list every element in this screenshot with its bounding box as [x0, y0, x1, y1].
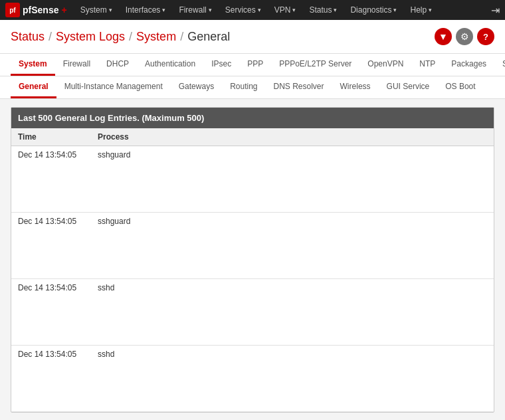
- log-time: Dec 14 13:54:05: [11, 213, 91, 279]
- log-time: Dec 14 13:54:05: [11, 279, 91, 346]
- nav-vpn[interactable]: VPN ▾: [269, 0, 302, 20]
- brand-plus: +: [61, 5, 66, 15]
- log-section-title: Last 500 General Log Entries. (Maximum 5…: [11, 108, 494, 128]
- tab-row-1: System Firewall DHCP Authentication IPse…: [0, 54, 505, 76]
- page-header: Status / System Logs / System / General …: [0, 20, 505, 54]
- tab-routing[interactable]: Routing: [222, 76, 265, 98]
- col-time: Time: [11, 128, 91, 146]
- log-table: Time Process Dec 14 13:54:05 sshguard De…: [11, 128, 494, 412]
- breadcrumb-sep3: /: [180, 30, 183, 44]
- nav-firewall-arrow: ▾: [209, 7, 212, 13]
- tab-ipsec[interactable]: IPsec: [203, 54, 239, 76]
- tab-ntp[interactable]: NTP: [411, 54, 443, 76]
- nav-system[interactable]: System ▾: [75, 0, 118, 20]
- breadcrumb-status[interactable]: Status: [11, 30, 45, 44]
- header-icons: ▼ ⚙ ?: [435, 28, 494, 45]
- nav-firewall[interactable]: Firewall ▾: [173, 0, 217, 20]
- brand-name: pfSense: [23, 5, 58, 15]
- tab-authentication[interactable]: Authentication: [137, 54, 203, 76]
- wrench-icon[interactable]: ⚙: [456, 28, 473, 45]
- log-time: Dec 14 13:54:05: [11, 146, 91, 213]
- nav-system-arrow: ▾: [109, 7, 112, 13]
- nav-status[interactable]: Status ▾: [304, 0, 342, 20]
- log-process: sshd: [91, 279, 494, 346]
- tab-dhcp[interactable]: DHCP: [98, 54, 137, 76]
- col-process: Process: [91, 128, 494, 146]
- tab-wireless[interactable]: Wireless: [332, 76, 379, 98]
- nav-logout-icon[interactable]: ⇥: [491, 4, 500, 17]
- tab-dns-resolver[interactable]: DNS Resolver: [266, 76, 332, 98]
- tab-gateways[interactable]: Gateways: [171, 76, 222, 98]
- breadcrumb-system-logs[interactable]: System Logs: [56, 30, 125, 44]
- table-row: Dec 14 13:54:05 sshd: [11, 346, 494, 412]
- nav-interfaces-arrow: ▾: [162, 7, 165, 13]
- table-row: Dec 14 13:54:05 sshd: [11, 279, 494, 346]
- tab-general[interactable]: General: [11, 76, 56, 98]
- filter-icon[interactable]: ▼: [435, 28, 452, 45]
- brand-logo: pf: [5, 3, 20, 17]
- nav-help-arrow: ▾: [429, 7, 432, 13]
- breadcrumb-sep1: /: [49, 30, 52, 44]
- help-icon[interactable]: ?: [477, 28, 494, 45]
- tab-system[interactable]: System: [11, 54, 55, 76]
- top-navbar: pf pfSense + System ▾ Interfaces ▾ Firew…: [0, 0, 505, 20]
- nav-help[interactable]: Help ▾: [405, 0, 437, 20]
- breadcrumb-system[interactable]: System: [136, 30, 176, 44]
- nav-diagnostics[interactable]: Diagnostics ▾: [345, 0, 402, 20]
- log-process: sshguard: [91, 146, 494, 213]
- log-process: sshd: [91, 346, 494, 412]
- breadcrumb-sep2: /: [129, 30, 132, 44]
- log-time: Dec 14 13:54:05: [11, 346, 91, 412]
- log-process: sshguard: [91, 213, 494, 279]
- tab-pppoe[interactable]: PPPoE/L2TP Server: [271, 54, 359, 76]
- tab-openvpn[interactable]: OpenVPN: [359, 54, 411, 76]
- nav-status-arrow: ▾: [334, 7, 337, 13]
- tab-ppp[interactable]: PPP: [239, 54, 271, 76]
- breadcrumb-current: General: [187, 30, 230, 44]
- nav-vpn-arrow: ▾: [292, 7, 296, 13]
- tab-row-2: General Multi-Instance Management Gatewa…: [0, 76, 505, 99]
- nav-diagnostics-arrow: ▾: [393, 7, 397, 13]
- nav-services-arrow: ▾: [258, 7, 261, 13]
- table-row: Dec 14 13:54:05 sshguard: [11, 213, 494, 279]
- tab-firewall[interactable]: Firewall: [55, 54, 98, 76]
- brand[interactable]: pf pfSense +: [5, 3, 67, 17]
- main-content: Last 500 General Log Entries. (Maximum 5…: [0, 99, 505, 420]
- tab-packages[interactable]: Packages: [443, 54, 494, 76]
- table-row: Dec 14 13:54:05 sshguard: [11, 146, 494, 213]
- tab-os-boot[interactable]: OS Boot: [437, 76, 483, 98]
- log-table-wrapper: Last 500 General Log Entries. (Maximum 5…: [11, 107, 494, 413]
- nav-services[interactable]: Services ▾: [220, 0, 266, 20]
- tab-gui-service[interactable]: GUI Service: [379, 76, 438, 98]
- nav-interfaces[interactable]: Interfaces ▾: [120, 0, 171, 20]
- tab-settings[interactable]: Settings: [494, 54, 505, 76]
- table-header-row: Time Process: [11, 128, 494, 146]
- tab-multi-instance[interactable]: Multi-Instance Management: [56, 76, 171, 98]
- breadcrumb: Status / System Logs / System / General: [11, 30, 230, 44]
